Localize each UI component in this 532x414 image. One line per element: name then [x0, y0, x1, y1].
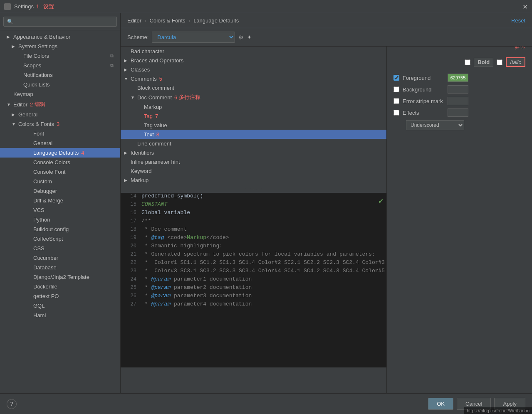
effects-color-swatch[interactable] — [448, 108, 468, 117]
sidebar-item-python[interactable]: Python — [0, 215, 120, 224]
sidebar-item-haml[interactable]: Haml — [0, 310, 120, 320]
comments-num: 5 — [159, 76, 162, 82]
tree-item-inline-param[interactable]: Inline parameter hint — [121, 157, 386, 166]
sidebar-item-keymap[interactable]: Keymap — [0, 89, 120, 99]
doc-comment-chinese: 多行注释 — [179, 94, 200, 101]
breadcrumb-language-defaults: Language Defaults — [193, 17, 239, 24]
scheme-settings-icon: ✦ — [247, 34, 252, 40]
foreground-row: Foreground 629755 — [393, 74, 525, 82]
error-stripe-row: Error stripe mark — [393, 97, 525, 105]
error-stripe-checkbox[interactable] — [393, 98, 399, 104]
reset-button[interactable]: Reset — [511, 17, 525, 24]
breadcrumb-colors-fonts: Colors & Fonts — [150, 17, 186, 24]
sidebar-item-cucumber[interactable]: Cucumber — [0, 253, 120, 263]
tree-item-text[interactable]: Text 8 — [121, 130, 386, 139]
sidebar-item-console-colors[interactable]: Console Colors — [0, 158, 120, 167]
tree-item-classes[interactable]: ▶ Classes — [121, 65, 386, 74]
sidebar-item-editor[interactable]: ▼ Editor 2 编辑 — [0, 99, 120, 110]
bold-button[interactable]: Bold — [474, 58, 493, 67]
background-color-swatch[interactable] — [448, 85, 468, 94]
sidebar-item-general[interactable]: ▶ General — [0, 110, 120, 119]
code-text: parameter1 documentation — [171, 276, 252, 282]
sidebar-item-label: Colors & Fonts — [18, 121, 54, 127]
tree-item-doc-comment[interactable]: ▼ Doc Comment 6 多行注释 — [121, 92, 386, 102]
sidebar-item-console-font[interactable]: Console Font — [0, 167, 120, 177]
code-preview: ✔ 14 predefined_symbol() 15 CONSTANT 16 … — [121, 193, 386, 367]
sidebar-item-colors-fonts[interactable]: ▼ Colors & Fonts 3 — [0, 119, 120, 129]
sidebar-item-label: Appearance & Behavior — [13, 34, 70, 40]
sidebar-item-gql[interactable]: GQL — [0, 301, 120, 310]
sidebar-item-gettext[interactable]: gettext PO — [0, 291, 120, 301]
arrow-icon: ▼ — [12, 122, 17, 126]
sidebar-item-system-settings[interactable]: ▶ System Settings — [0, 42, 120, 51]
sidebar-item-label: Diff & Merge — [33, 197, 63, 204]
effects-type-select[interactable]: Underscored Underwaved Bordered Box Roun… — [406, 120, 464, 130]
code-text: parameter3 documentation — [171, 293, 252, 299]
tree-item-bad-char[interactable]: Bad character — [121, 47, 386, 56]
foreground-color-swatch[interactable]: 629755 — [448, 74, 468, 82]
code-text: /** — [141, 218, 151, 224]
tree-item-line-comment[interactable]: Line comment — [121, 139, 386, 148]
scheme-gear-icon[interactable]: ⚙ — [238, 34, 244, 41]
sidebar-item-label: Django/Jinja2 Template — [33, 274, 89, 280]
tree-item-braces[interactable]: ▶ Braces and Operators — [121, 56, 386, 65]
sidebar-section: ▶ Appearance & Behavior ▶ System Setting… — [0, 30, 120, 322]
tree-item-markup[interactable]: Markup — [121, 102, 386, 111]
sidebar-item-django[interactable]: Django/Jinja2 Template — [0, 272, 120, 282]
sidebar-item-dockerfile[interactable]: Dockerfile — [0, 282, 120, 291]
sidebar-item-vcs[interactable]: VCS — [0, 205, 120, 215]
sidebar-item-css[interactable]: CSS — [0, 244, 120, 253]
tree-item-tag-value[interactable]: Tag value — [121, 121, 386, 130]
code-tag: @tag — [151, 234, 164, 241]
arrow-icon: ▼ — [124, 76, 129, 81]
sidebar-item-diff-merge[interactable]: Diff & Merge — [0, 196, 120, 205]
effects-checkbox[interactable] — [393, 110, 399, 116]
code-text: parameter2 documentation — [171, 284, 252, 291]
sidebar-item-scopes[interactable]: Scopes ⧉ — [0, 61, 120, 70]
sidebar-item-appearance[interactable]: ▶ Appearance & Behavior — [0, 32, 120, 42]
sidebar-item-label: System Settings — [18, 43, 57, 49]
italic-button[interactable]: Italic — [506, 57, 525, 67]
scheme-select[interactable]: Darcula — [152, 32, 235, 43]
tree-item-tag[interactable]: Tag 7 — [121, 111, 386, 121]
code-text: CONSTANT — [141, 201, 167, 207]
close-button[interactable]: ✕ — [522, 2, 528, 10]
bold-checkbox[interactable] — [465, 59, 470, 65]
sidebar-item-quick-lists[interactable]: Quick Lists — [0, 80, 120, 89]
sidebar-item-debugger[interactable]: Debugger — [0, 186, 120, 196]
tree-item-markup2[interactable]: ▶ Markup — [121, 175, 386, 185]
code-text: * — [141, 293, 151, 299]
sidebar-item-label: CoffeeScript — [33, 236, 63, 242]
sidebar-item-database[interactable]: Database — [0, 263, 120, 272]
tree-item-comments[interactable]: ▼ Comments 5 — [121, 74, 386, 83]
background-row: Background — [393, 85, 525, 94]
sidebar-item-general2[interactable]: General — [0, 138, 120, 148]
ld-num: 4 — [81, 150, 84, 156]
sidebar-item-coffeescript[interactable]: CoffeeScript — [0, 234, 120, 244]
tree-item-keyword[interactable]: Keyword — [121, 166, 386, 175]
tree-item-identifiers[interactable]: ▶ Identifiers — [121, 148, 386, 157]
ok-button[interactable]: OK — [428, 398, 453, 410]
arrow-icon: ▼ — [7, 102, 12, 107]
search-input[interactable] — [3, 17, 117, 27]
sidebar-item-language-defaults[interactable]: Language Defaults 4 — [0, 148, 120, 158]
code-text: Global variable — [141, 209, 190, 216]
sidebar-item-buildout[interactable]: Buildout config — [0, 224, 120, 234]
sidebar-item-font[interactable]: Font — [0, 129, 120, 138]
foreground-checkbox[interactable] — [393, 75, 399, 81]
error-stripe-color-swatch[interactable] — [448, 97, 468, 105]
tree-item-block-comment[interactable]: Block comment — [121, 83, 386, 92]
line-number: 20 — [124, 243, 136, 249]
background-checkbox[interactable] — [393, 86, 399, 92]
italic-checkbox[interactable] — [497, 59, 502, 65]
sidebar-item-label: Font — [33, 131, 44, 137]
line-number: 16 — [124, 210, 136, 216]
help-button[interactable]: ? — [7, 399, 17, 409]
breadcrumb: Editor › Colors & Fonts › Language Defau… — [127, 17, 239, 24]
main-layout: ▶ Appearance & Behavior ▶ System Setting… — [0, 13, 532, 393]
scheme-label: Scheme: — [127, 34, 148, 40]
sidebar-item-file-colors[interactable]: File Colors ⧉ — [0, 51, 120, 61]
sidebar-item-notifications[interactable]: Notifications — [0, 70, 120, 80]
sidebar-item-custom[interactable]: Custom — [0, 177, 120, 186]
title-chinese: 设置 — [43, 3, 54, 10]
